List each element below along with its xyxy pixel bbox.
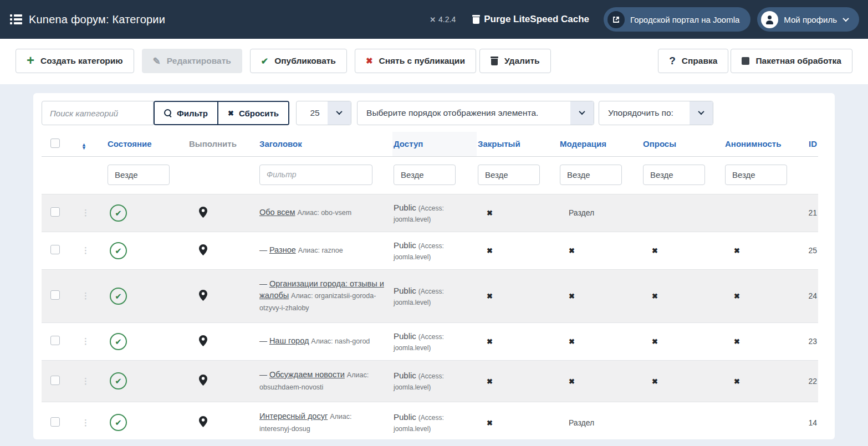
column-header-anonymous[interactable]: Анонимность — [725, 139, 781, 148]
ordering-select[interactable]: Выберите порядок отображения элемента. — [357, 101, 594, 125]
toolbar: + Создать категорию ✎ Редактировать ✔ Оп… — [0, 39, 868, 84]
location-pin-icon[interactable] — [199, 207, 207, 219]
filter-polls-select[interactable]: Везде — [643, 165, 705, 185]
column-header-access[interactable]: Доступ — [394, 139, 423, 148]
locked-mark: ✖ — [487, 337, 493, 346]
drag-handle[interactable]: ⋮ — [81, 418, 90, 427]
access-cell: Public (Access: joomla.level) — [392, 269, 477, 322]
published-icon[interactable]: ✔ — [110, 288, 127, 305]
locked-mark: ✖ — [487, 292, 493, 300]
location-pin-icon[interactable] — [199, 290, 207, 303]
reset-button[interactable]: ✖ Сбросить — [217, 102, 288, 124]
review-value: Раздел — [569, 208, 594, 217]
drag-handle[interactable]: ⋮ — [81, 291, 90, 300]
table-row: ⋮ ✔ — Организации города: отзывы и жалоб… — [42, 269, 818, 322]
review-value: Раздел — [569, 418, 594, 427]
row-checkbox[interactable] — [50, 376, 60, 385]
site-preview-button[interactable]: Городской портал на Joomla — [604, 7, 750, 32]
access-cell: Public (Access: joomla.level) — [392, 322, 477, 360]
content-card: Фильтр ✖ Сбросить 25 Выберите порядок от… — [33, 93, 835, 439]
table-row: ⋮ ✔ Интересный досуг Алиас: interesnyj-d… — [42, 402, 818, 439]
column-header-locked[interactable]: Закрытый — [478, 139, 520, 148]
edit-button[interactable]: ✎ Редактировать — [142, 49, 242, 73]
category-link[interactable]: Разное — [269, 245, 296, 254]
access-cell: Public (Access: joomla.level) — [392, 360, 477, 402]
row-checkbox[interactable] — [50, 290, 60, 300]
column-header-state[interactable]: Состояние — [108, 139, 152, 148]
review-mark: ✖ — [569, 377, 575, 386]
filter-button-group: Фильтр ✖ Сбросить — [154, 101, 289, 125]
filter-title-input[interactable] — [259, 165, 372, 185]
column-header-id[interactable]: ID — [809, 139, 817, 148]
purge-cache-button[interactable]: Purge LiteSpeed Cache — [472, 14, 589, 25]
review-mark: ✖ — [569, 292, 575, 300]
column-header-review[interactable]: Модерация — [560, 139, 606, 148]
drag-handle[interactable]: ⋮ — [81, 376, 90, 386]
filter-access-select[interactable]: Везде — [394, 165, 456, 185]
published-icon[interactable]: ✔ — [110, 372, 127, 389]
new-category-button[interactable]: + Создать категорию — [16, 49, 134, 73]
sort-by-select[interactable]: Упорядочить по: — [599, 101, 713, 125]
column-header-title[interactable]: Заголовок — [259, 139, 302, 148]
polls-mark: ✖ — [652, 247, 658, 255]
batch-icon — [742, 57, 749, 65]
filter-locked-select[interactable]: Везде — [478, 165, 540, 185]
category-link[interactable]: Обсуждаем новости — [269, 370, 345, 379]
published-icon[interactable]: ✔ — [110, 333, 127, 350]
unpublish-button[interactable]: ✖ Снять с публикации — [355, 49, 476, 73]
row-checkbox[interactable] — [50, 207, 60, 217]
location-pin-icon[interactable] — [199, 335, 207, 348]
table-row: ⋮ ✔ — Разное Алиас: raznoe Public (Acces… — [42, 232, 818, 269]
ordering-sort-icon[interactable]: ▲▼ — [81, 143, 86, 150]
column-header-polls[interactable]: Опросы — [643, 139, 676, 148]
filter-anonymous-select[interactable]: Везде — [725, 165, 787, 185]
row-checkbox[interactable] — [50, 417, 60, 427]
published-icon[interactable]: ✔ — [110, 414, 127, 431]
published-icon[interactable]: ✔ — [110, 204, 127, 222]
drag-handle[interactable]: ⋮ — [81, 245, 90, 255]
pencil-icon: ✎ — [153, 55, 161, 67]
filter-button[interactable]: Фильтр — [155, 102, 217, 124]
locked-mark: ✖ — [487, 247, 493, 255]
table-row: ⋮ ✔ — Обсуждаем новости Алиас: obsuzhdae… — [42, 360, 818, 402]
select-all-checkbox[interactable] — [50, 139, 60, 148]
access-cell: Public (Access: joomla.level) — [392, 232, 477, 269]
location-pin-icon[interactable] — [199, 416, 207, 429]
column-header-action: Выполнить — [189, 139, 237, 148]
filter-review-select[interactable]: Везде — [560, 165, 622, 185]
category-id: 22 — [808, 377, 817, 386]
filter-state-select[interactable]: Везде — [108, 165, 170, 185]
category-link[interactable]: Обо всем — [259, 208, 295, 217]
column-filter-row: Везде Везде Везде Везде Везде Везде — [42, 156, 818, 194]
chevron-down-icon — [690, 101, 713, 125]
drag-handle[interactable]: ⋮ — [81, 208, 90, 217]
list-limit-select[interactable]: 25 — [296, 101, 351, 125]
batch-button[interactable]: Пакетная обработка — [731, 49, 852, 73]
category-link[interactable]: Интересный досуг — [259, 412, 328, 421]
publish-button[interactable]: ✔ Опубликовать — [250, 49, 347, 73]
locked-mark: ✖ — [487, 377, 493, 386]
row-checkbox[interactable] — [50, 336, 60, 345]
category-id: 23 — [808, 337, 817, 346]
location-pin-icon[interactable] — [199, 244, 207, 257]
x-icon: ✖ — [228, 109, 234, 117]
chevron-down-icon — [570, 101, 594, 125]
polls-mark: ✖ — [652, 377, 658, 386]
help-button[interactable]: ? Справка — [658, 49, 728, 73]
profile-menu-button[interactable]: Мой профиль — [757, 7, 859, 32]
delete-button[interactable]: Удалить — [479, 49, 551, 73]
search-input[interactable] — [42, 101, 154, 125]
location-pin-icon[interactable] — [199, 375, 207, 387]
category-id: 21 — [808, 208, 817, 217]
drag-handle[interactable]: ⋮ — [81, 336, 90, 346]
categories-table: ▲▼ Состояние Выполнить Заголовок Доступ … — [42, 132, 818, 439]
category-id: 24 — [808, 291, 817, 300]
page-content: Фильтр ✖ Сбросить 25 Выберите порядок от… — [0, 84, 868, 439]
access-cell: Public (Access: joomla.level) — [392, 194, 477, 232]
external-link-icon — [607, 11, 625, 28]
trash-icon — [491, 57, 498, 65]
category-link[interactable]: Наш город — [269, 336, 309, 345]
row-checkbox[interactable] — [50, 245, 60, 254]
polls-mark: ✖ — [652, 292, 658, 300]
published-icon[interactable]: ✔ — [110, 242, 127, 259]
